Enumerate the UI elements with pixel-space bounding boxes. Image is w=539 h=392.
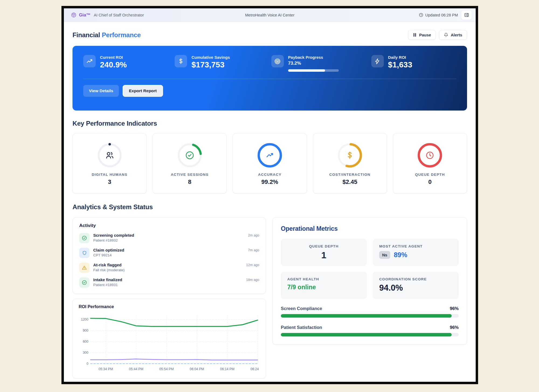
progress-fill — [281, 333, 452, 336]
stat-label: COORDINATION SCORE — [379, 277, 452, 281]
activity-item-title: Screening completed — [93, 233, 134, 238]
svg-text:300: 300 — [83, 351, 88, 355]
metric-label: Current ROI — [100, 55, 127, 60]
activity-item-subtitle: Fall risk (moderate) — [93, 268, 125, 272]
metric-value: $1,633 — [388, 60, 412, 69]
analytics-left-column: Activity Screening completed Patient #18… — [72, 217, 266, 379]
kpi-card-cost-interaction: COST/INTERACTION $2.45 — [313, 133, 387, 194]
export-report-button[interactable]: Export Report — [123, 85, 163, 97]
activity-item-time: 18m ago — [246, 277, 259, 282]
updated-text: Updated 06:28 PM — [425, 13, 458, 17]
list-item: Intake finalized Patient #18931 18m ago — [79, 277, 259, 288]
activity-item-title: Intake finalized — [93, 277, 122, 282]
svg-text:06:24 PM: 06:24 PM — [250, 367, 260, 371]
payback-progress-fill — [288, 69, 325, 72]
svg-text:600: 600 — [83, 340, 88, 343]
updated-status: Updated 06:28 PM — [419, 13, 458, 17]
kpi-grid: DIGITAL HUMANS 3 ACTIVE SESSIONS — [72, 133, 467, 194]
app-logo-text: Gia™ — [79, 12, 91, 18]
svg-text:06:14 PM: 06:14 PM — [220, 367, 235, 371]
view-details-button[interactable]: View Details — [83, 85, 119, 97]
metric-label: Cumulative Savings — [191, 55, 230, 60]
shield-icon — [79, 248, 89, 258]
list-item: At-risk flagged Fall risk (moderate) 12m… — [79, 263, 259, 273]
warning-triangle-icon — [79, 263, 89, 273]
stat-most-active-agent: MOST ACTIVE AGENT Ns 89% — [373, 239, 459, 266]
activity-item-time: 7m ago — [248, 248, 259, 252]
svg-text:05:44 PM: 05:44 PM — [129, 367, 143, 371]
kpi-label: ACTIVE SESSIONS — [171, 173, 209, 177]
metric-value: 73.2% — [288, 61, 339, 66]
activity-item-subtitle: Patient #18931 — [93, 283, 122, 287]
trending-up-icon — [257, 142, 283, 168]
target-icon — [271, 55, 284, 67]
dashboard-window: Gia™ AI Chief of Staff Orchestrator Metr… — [61, 6, 478, 384]
pause-button[interactable]: Pause — [408, 30, 436, 40]
kpi-label: QUEUE DEPTH — [415, 173, 445, 177]
check-circle-icon — [79, 277, 89, 288]
payback-progress-track — [288, 69, 339, 72]
stat-label: MOST ACTIVE AGENT — [379, 244, 452, 248]
banner-divider — [83, 79, 456, 79]
roi-line-chart: 0300600900120005:34 PM05:44 PM05:54 PM06… — [79, 312, 260, 373]
check-circle-icon — [177, 142, 203, 168]
kpi-card-digital-humans: DIGITAL HUMANS 3 — [72, 133, 147, 194]
operational-metrics-card: Operational Metrics QUEUE DEPTH 1 MOST A… — [272, 217, 467, 345]
samsung-logo: SAMSUNG — [72, 380, 467, 384]
activity-card: Activity Screening completed Patient #18… — [72, 217, 266, 294]
financial-summary-banner: Current ROI 240.9% Cumulative Savings $1… — [72, 46, 467, 111]
top-bar: Gia™ AI Chief of Staff Orchestrator Metr… — [64, 8, 476, 22]
activity-item-time: 2m ago — [248, 233, 259, 237]
clock-icon — [419, 13, 423, 17]
metric-cumulative-savings: Cumulative Savings $173,753 — [175, 55, 266, 72]
progress-value: 96% — [450, 306, 459, 311]
kpi-card-queue-depth: QUEUE DEPTH 0 — [393, 133, 467, 194]
svg-text:1200: 1200 — [81, 318, 88, 321]
bell-icon — [444, 33, 448, 37]
stat-value: 1 — [287, 250, 360, 260]
progress-fill — [281, 314, 452, 318]
collapse-panel-button[interactable] — [461, 10, 472, 20]
kpi-label: DIGITAL HUMANS — [92, 173, 127, 177]
sidebar-toggle-icon — [464, 12, 469, 18]
stat-agent-health: AGENT HEALTH 7/9 online — [281, 272, 367, 299]
metric-label: Payback Progress — [288, 55, 339, 60]
activity-item-time: 12m ago — [246, 263, 259, 267]
metric-value: $173,753 — [191, 60, 230, 69]
metric-current-roi: Current ROI 240.9% — [83, 55, 170, 72]
list-item: Claim optimized CPT 99214 7m ago — [79, 248, 259, 258]
pause-icon — [413, 33, 417, 37]
alerts-button[interactable]: Alerts — [439, 30, 467, 40]
stat-value: 89% — [394, 251, 407, 259]
activity-item-subtitle: Patient #18932 — [93, 238, 134, 242]
topbar-right: Updated 06:28 PM — [419, 10, 472, 20]
progress-track — [281, 333, 459, 336]
alerts-label: Alerts — [451, 33, 462, 37]
kpi-label: ACCURACY — [258, 173, 282, 177]
metric-value: 240.9% — [100, 60, 127, 69]
progress-label: Patient Satisfaction — [281, 325, 322, 330]
heading-accent: Performance — [102, 31, 141, 39]
metric-payback-progress: Payback Progress 73.2% — [271, 55, 367, 72]
dollar-icon — [337, 142, 363, 168]
kpi-value: 0 — [428, 178, 431, 185]
svg-text:05:54 PM: 05:54 PM — [159, 367, 174, 371]
center-title: MetroHealth Voice AI Center — [245, 13, 295, 17]
kpi-label: COST/INTERACTION — [329, 173, 371, 177]
kpi-card-accuracy: ACCURACY 99.2% — [233, 133, 307, 194]
stat-value: 7/9 online — [287, 284, 360, 291]
progress-label: Screen Compliance — [281, 306, 322, 311]
stat-label: AGENT HEALTH — [287, 277, 360, 281]
activity-item-subtitle: CPT 99214 — [93, 253, 124, 257]
metric-label: Daily ROI — [388, 55, 412, 60]
heading-primary: Financial — [72, 31, 100, 39]
brand-group: Gia™ AI Chief of Staff Orchestrator — [71, 12, 144, 18]
kpi-value: $2.45 — [343, 178, 357, 185]
roi-performance-card: ROI Performance 0300600900120005:34 PM05… — [72, 299, 266, 379]
stat-value: 94.0% — [379, 283, 452, 293]
gia-brain-logo-icon — [71, 12, 77, 18]
metric-daily-roi: Daily ROI $1,633 — [371, 55, 456, 72]
roi-chart-title: ROI Performance — [79, 304, 260, 309]
patient-satisfaction-progress: Patient Satisfaction 96% — [281, 325, 459, 336]
svg-text:900: 900 — [83, 329, 88, 332]
